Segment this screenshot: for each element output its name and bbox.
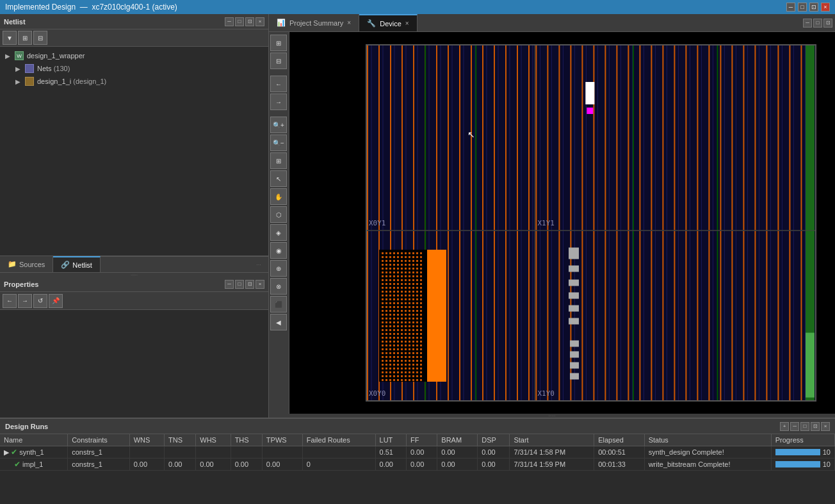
runs-close[interactable]: × bbox=[821, 422, 830, 431]
device-tab-close[interactable]: × bbox=[405, 20, 409, 27]
props-minimize[interactable]: ─ bbox=[225, 280, 234, 289]
netlist-float[interactable]: ⊡ bbox=[245, 17, 254, 26]
runs-restore[interactable]: □ bbox=[800, 422, 809, 431]
props-refresh-button[interactable]: ↺ bbox=[33, 294, 47, 308]
properties-title: Properties bbox=[4, 280, 38, 288]
maximize-button[interactable]: ⊡ bbox=[809, 3, 818, 12]
props-restore[interactable]: □ bbox=[235, 280, 244, 289]
expand-synth1: ▶ bbox=[4, 448, 11, 456]
netlist-header: Netlist ─ □ ⊡ × bbox=[0, 14, 268, 29]
collapse-button[interactable]: ⊟ bbox=[33, 31, 47, 45]
expand-button[interactable]: ⊞ bbox=[18, 31, 32, 45]
tab-netlist[interactable]: 🔗 Netlist bbox=[53, 256, 101, 272]
filter-button[interactable]: ▼ bbox=[3, 31, 17, 45]
tool4-button[interactable]: ⊕ bbox=[270, 260, 287, 277]
tool6-button[interactable]: ⬛ bbox=[270, 296, 287, 313]
netlist-minimize[interactable]: ─ bbox=[225, 17, 234, 26]
route-button[interactable]: ⊞ bbox=[270, 35, 287, 51]
right-panel: 📊 Project Summary × 🔧 Device × ─ □ ⊡ bbox=[269, 14, 835, 418]
wrapper-label: design_1_wrapper bbox=[27, 52, 85, 60]
title-bar: Implemented Design — xc7z010clg400-1 (ac… bbox=[0, 0, 835, 14]
design-runs-table: Name Constraints WNS TNS WHS THS TPWS Fa… bbox=[0, 434, 835, 471]
zoom-out-button[interactable]: 🔍− bbox=[270, 134, 287, 151]
col-tns: TNS bbox=[165, 434, 196, 446]
app-title: Implemented Design — xc7z010clg400-1 (ac… bbox=[5, 3, 177, 12]
netlist-toolbar: ▼ ⊞ ⊟ bbox=[0, 29, 268, 47]
place-button[interactable]: ⊟ bbox=[270, 53, 287, 69]
col-ff: FF bbox=[406, 434, 437, 446]
col-start: Start bbox=[510, 434, 594, 446]
tool5-button[interactable]: ⊗ bbox=[270, 278, 287, 295]
tree-item-wrapper[interactable]: ▶ W design_1_wrapper bbox=[3, 49, 266, 62]
table-row[interactable]: ▶ ✔ synth_1 constrs_1 0.51 0.00 bbox=[0, 446, 835, 459]
table-header-row: Name Constraints WNS TNS WHS THS TPWS Fa… bbox=[0, 434, 835, 446]
tool3-button[interactable]: ◉ bbox=[270, 242, 287, 259]
check-impl1: ✔ bbox=[14, 460, 20, 469]
props-back-button[interactable]: ← bbox=[3, 294, 17, 308]
props-pin-button[interactable]: 📌 bbox=[49, 294, 63, 308]
tab-device[interactable]: 🔧 Device × bbox=[359, 14, 417, 31]
device-view-canvas[interactable] bbox=[289, 32, 835, 414]
col-name: Name bbox=[0, 434, 68, 446]
minimize-button[interactable]: ─ bbox=[786, 3, 795, 12]
progress-impl1: 10 bbox=[771, 459, 834, 471]
side-toolbar: ⊞ ⊟ ← → 🔍+ 🔍− ⊞ ↖ ✋ ⬡ ◈ ◉ ⊕ ⊗ ⬛ bbox=[269, 32, 289, 414]
device-tab-icon: 🔧 bbox=[367, 19, 376, 28]
top-area: Netlist ─ □ ⊡ × ▼ ⊞ ⊟ ▶ bbox=[0, 14, 835, 418]
col-wns: WNS bbox=[129, 434, 164, 446]
zoom-fit-button[interactable]: ⊞ bbox=[270, 152, 287, 169]
tab-strip-controls: ─ □ ⊡ bbox=[800, 19, 835, 28]
tree-item-nets[interactable]: ▶ Nets (130) bbox=[3, 62, 266, 75]
col-lut: LUT bbox=[375, 434, 406, 446]
runs-add-button[interactable]: + bbox=[780, 422, 789, 431]
col-whs: WHS bbox=[196, 434, 231, 446]
design1-icon bbox=[24, 76, 35, 86]
title-controls: ─ □ ⊡ × bbox=[786, 3, 830, 12]
view-restore[interactable]: □ bbox=[813, 19, 822, 28]
netlist-restore[interactable]: □ bbox=[235, 17, 244, 26]
tool1-button[interactable]: ⬡ bbox=[270, 206, 287, 223]
view-tab-strip: 📊 Project Summary × 🔧 Device × ─ □ ⊡ bbox=[269, 14, 835, 32]
summary-tab-close[interactable]: × bbox=[347, 19, 351, 26]
properties-toolbar: ← → ↺ 📌 bbox=[0, 292, 268, 310]
runs-minimize[interactable]: ─ bbox=[790, 422, 799, 431]
col-status: Status bbox=[644, 434, 771, 446]
design1-label: design_1_i (design_1) bbox=[37, 77, 106, 85]
props-close[interactable]: × bbox=[255, 280, 264, 289]
zoom-in-button[interactable]: 🔍+ bbox=[270, 117, 287, 133]
nav-back-button[interactable]: ← bbox=[270, 76, 287, 92]
tree-item-design1[interactable]: ▶ design_1_i (design_1) bbox=[3, 75, 266, 88]
table-row[interactable]: ✔ impl_1 constrs_1 0.00 0.00 0.00 0.00 0… bbox=[0, 459, 835, 471]
expand-icon-nets: ▶ bbox=[15, 65, 24, 72]
col-constraints: Constraints bbox=[68, 434, 130, 446]
tab-resize-handle: ··· bbox=[249, 256, 268, 272]
device-area: ⊞ ⊟ ← → 🔍+ 🔍− ⊞ ↖ ✋ ⬡ ◈ ◉ ⊕ ⊗ ⬛ bbox=[269, 32, 835, 414]
runs-float[interactable]: ⊡ bbox=[811, 422, 820, 431]
close-button[interactable]: × bbox=[821, 3, 830, 12]
device-canvas[interactable] bbox=[289, 32, 835, 414]
nav-forward-button[interactable]: → bbox=[270, 93, 287, 110]
nets-label: Nets (130) bbox=[37, 65, 70, 72]
props-forward-button[interactable]: → bbox=[18, 294, 32, 308]
tool2-button[interactable]: ◈ bbox=[270, 224, 287, 241]
design-runs-title: Design Runs bbox=[5, 423, 48, 430]
netlist-panel: Netlist ─ □ ⊡ × ▼ ⊞ ⊟ ▶ bbox=[0, 14, 268, 273]
properties-panel-controls: ─ □ ⊡ × bbox=[225, 280, 264, 289]
netlist-tab-icon: 🔗 bbox=[61, 261, 70, 269]
pan-button[interactable]: ✋ bbox=[270, 188, 287, 205]
wrapper-icon: W bbox=[14, 51, 24, 61]
tool7-button[interactable]: ◀ bbox=[270, 314, 287, 330]
expand-icon-design1: ▶ bbox=[15, 78, 24, 85]
tab-sources[interactable]: 📁 Sources bbox=[0, 256, 53, 272]
tab-project-summary[interactable]: 📊 Project Summary × bbox=[269, 14, 359, 31]
col-elapsed: Elapsed bbox=[594, 434, 645, 446]
restore-button[interactable]: □ bbox=[798, 3, 807, 12]
netlist-close[interactable]: × bbox=[255, 17, 264, 26]
view-float[interactable]: ⊡ bbox=[823, 19, 832, 28]
props-float[interactable]: ⊡ bbox=[245, 280, 254, 289]
check-synth1: ✔ bbox=[11, 448, 17, 457]
progress-synth1: 10 bbox=[771, 446, 834, 459]
view-minimize[interactable]: ─ bbox=[803, 19, 812, 28]
sources-icon: 📁 bbox=[8, 260, 17, 268]
select-button[interactable]: ↖ bbox=[270, 170, 287, 187]
